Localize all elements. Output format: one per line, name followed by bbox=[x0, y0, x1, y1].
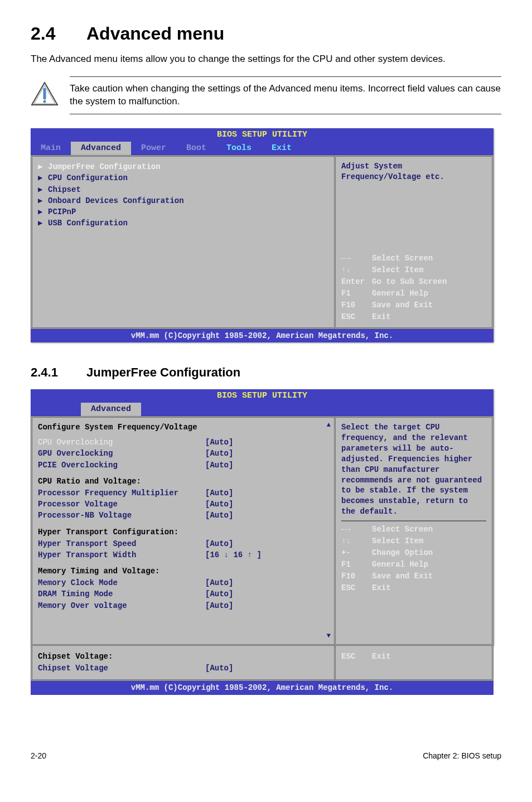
scroll-down-icon[interactable]: ▼ bbox=[327, 632, 331, 641]
tab-advanced[interactable]: Advanced bbox=[81, 403, 141, 417]
cfg-mem-overvolt[interactable]: Memory Over voltage[Auto] bbox=[38, 600, 328, 611]
tab-exit[interactable]: Exit bbox=[262, 142, 302, 156]
tab-main[interactable]: Main bbox=[31, 142, 71, 156]
bios-overflow-panel: Chipset Voltage: Chipset Voltage[Auto] E… bbox=[31, 646, 494, 695]
cfg-mem-clock[interactable]: Memory Clock Mode[Auto] bbox=[38, 577, 328, 588]
subsection-heading: 2.4.1JumperFree Configuration bbox=[31, 365, 501, 381]
bios-footer: vMM.mm (C)Copyright 1985-2002, American … bbox=[31, 681, 494, 694]
cfg-chipset-voltage[interactable]: Chipset Voltage[Auto] bbox=[38, 663, 328, 674]
cfg-proc-freq-mult[interactable]: Processor Frequency Multiplier[Auto] bbox=[38, 487, 328, 499]
subsection-title-text: JumperFree Configuration bbox=[86, 365, 240, 379]
group-cpu-ratio: CPU Ratio and Voltage: bbox=[38, 476, 328, 487]
menu-item-onboard[interactable]: ▶Onboard Devices Configuration bbox=[38, 195, 328, 206]
svg-point-3 bbox=[43, 100, 46, 103]
menu-item-usb[interactable]: ▶USB Configuration bbox=[38, 218, 328, 229]
bios-screen-advanced-menu: BIOS SETUP UTILITY Main Advanced Power B… bbox=[31, 128, 494, 342]
page-number: 2-20 bbox=[31, 751, 46, 761]
cfg-ht-width[interactable]: Hyper Transport Width[16 ↓ 16 ↑ ] bbox=[38, 549, 328, 561]
menu-item-pcipnp[interactable]: ▶PCIPnP bbox=[38, 206, 328, 218]
bios-title: BIOS SETUP UTILITY bbox=[31, 128, 494, 142]
key-legend: ←→Select Screen ↑↓Select Item +-Change O… bbox=[341, 524, 486, 594]
cfg-gpu-overclocking[interactable]: GPU Overclocking[Auto] bbox=[38, 448, 328, 459]
tab-tools[interactable]: Tools bbox=[216, 142, 262, 156]
caution-note: Take caution when changing the settings … bbox=[70, 76, 501, 114]
tab-boot[interactable]: Boot bbox=[176, 142, 216, 156]
bios-config-list: ▲ ▼ Configure System Frequency/Voltage C… bbox=[31, 416, 334, 646]
group-chipset-voltage: Chipset Voltage: bbox=[38, 651, 328, 663]
bios-help-panel: Select the target CPU frequency, and the… bbox=[334, 416, 494, 646]
bios-tabs: Advanced bbox=[31, 403, 494, 417]
bios-screen-jumperfree: BIOS SETUP UTILITY Advanced ▲ ▼ Configur… bbox=[31, 389, 494, 646]
bios-footer: vMM.mm (C)Copyright 1985-2002, American … bbox=[31, 329, 494, 342]
tab-advanced[interactable]: Advanced bbox=[71, 142, 131, 156]
bios-menu-list: ▶JumperFree Configuration ▶CPU Configura… bbox=[31, 155, 334, 329]
menu-item-chipset[interactable]: ▶Chipset bbox=[38, 184, 328, 195]
section-title-text: Advanced menu bbox=[86, 23, 224, 44]
group-hypertransport: Hyper Transport Configuration: bbox=[38, 527, 328, 538]
cfg-dram-timing[interactable]: DRAM Timing Mode[Auto] bbox=[38, 588, 328, 600]
cfg-proc-nb-voltage[interactable]: Processor-NB Voltage[Auto] bbox=[38, 510, 328, 521]
page-footer: 2-20 Chapter 2: BIOS setup bbox=[31, 751, 501, 761]
caution-icon bbox=[31, 81, 59, 107]
bios-title: BIOS SETUP UTILITY bbox=[31, 389, 494, 403]
tab-power[interactable]: Power bbox=[131, 142, 176, 156]
help-text: Select the target CPU frequency, and the… bbox=[341, 422, 486, 521]
chapter-label: Chapter 2: BIOS setup bbox=[423, 751, 501, 761]
cfg-ht-speed[interactable]: Hyper Transport Speed[Auto] bbox=[38, 538, 328, 549]
overflow-key-hint: ESCExit bbox=[334, 646, 492, 679]
section-heading: 2.4Advanced menu bbox=[31, 22, 501, 46]
cfg-pcie-overclocking[interactable]: PCIE Overclocking[Auto] bbox=[38, 460, 328, 471]
bios-help-panel: Adjust System Frequency/Voltage etc. ←→S… bbox=[334, 155, 494, 329]
caution-text: Take caution when changing the settings … bbox=[70, 83, 501, 108]
intro-paragraph: The Advanced menu items allow you to cha… bbox=[31, 52, 501, 66]
section-number: 2.4 bbox=[31, 22, 86, 46]
menu-item-cpu-config[interactable]: ▶CPU Configuration bbox=[38, 172, 328, 183]
key-legend: ←→Select Screen ↑↓Select Item EnterGo to… bbox=[341, 253, 486, 323]
scroll-up-icon[interactable]: ▲ bbox=[327, 421, 331, 430]
config-header: Configure System Frequency/Voltage bbox=[38, 422, 328, 433]
subsection-number: 2.4.1 bbox=[31, 365, 86, 381]
cfg-cpu-overclocking[interactable]: CPU Overclocking[Auto] bbox=[38, 437, 328, 448]
cfg-proc-voltage[interactable]: Processor Voltage[Auto] bbox=[38, 499, 328, 510]
bios-tabs: Main Advanced Power Boot Tools Exit bbox=[31, 142, 494, 156]
menu-item-jumperfree[interactable]: ▶JumperFree Configuration bbox=[38, 161, 328, 172]
group-memory: Memory Timing and Voltage: bbox=[38, 566, 328, 577]
